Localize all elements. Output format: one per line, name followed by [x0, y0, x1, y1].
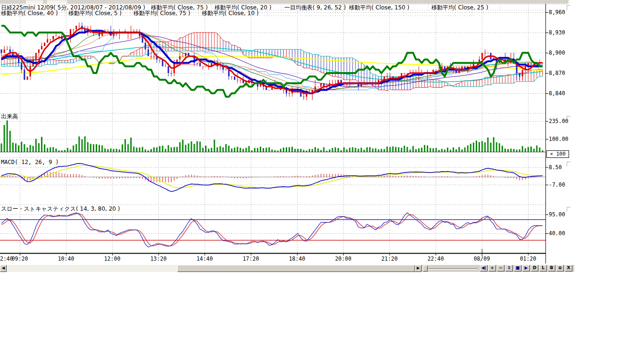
- legend-item: 移動平均( Close, 150 ): [349, 5, 409, 10]
- axis-lines: [0, 4, 548, 263]
- legend-item: 移動平均( Close, 75 ): [133, 10, 190, 16]
- time-axis-tick: 12:00: [101, 256, 124, 262]
- chart-window: 日経225mini 12/09( 5分, 2012/08/07 - 2012/0…: [0, 0, 644, 362]
- play-button[interactable]: ▶: [522, 265, 530, 272]
- zoom-out-button[interactable]: −: [497, 265, 504, 272]
- scroll-left-button[interactable]: ◀: [0, 265, 7, 272]
- time-axis-tick: 13:20: [147, 256, 170, 262]
- panel-corner-mark-icon: [567, 162, 570, 166]
- time-axis-tick: 18:40: [286, 256, 308, 262]
- time-axis-tick: 22:40: [424, 256, 447, 262]
- panel-corner-mark-icon: [567, 116, 570, 121]
- mode-b-button[interactable]: B: [548, 265, 555, 272]
- price-axis-tick: 8,870: [549, 70, 565, 76]
- price-axis-tick: 8,930: [549, 30, 565, 35]
- panel-corner-mark-icon: [567, 207, 570, 212]
- gridlines: [0, 4, 568, 253]
- fit-vertical-button[interactable]: ↕: [505, 265, 513, 272]
- bottom-scrollbar: ◀ ▶ ◀|+−↕■▶DLB⊕X: [0, 265, 574, 272]
- time-axis-tick: 01:20: [517, 256, 539, 262]
- macd-axis-tick: -7.00: [549, 182, 565, 188]
- time-axis-tick: 14:40: [193, 256, 216, 262]
- volume-panel: [0, 120, 545, 152]
- time-axis-tick: 17:20: [239, 256, 262, 262]
- chart-toolbar: ◀|+−↕■▶DLB⊕X: [480, 265, 574, 272]
- zoom-slider[interactable]: [423, 265, 479, 272]
- legend-item: 移動平均( Close, 10 ): [202, 10, 259, 16]
- jump-to-start-button[interactable]: ◀|: [480, 265, 487, 272]
- time-axis-tick: 21:20: [378, 256, 401, 262]
- volume-multiplier-badge: × 100: [546, 150, 569, 158]
- stochastics-panel: [0, 213, 545, 247]
- panel-corner-mark-icon: [567, 5, 570, 10]
- scrollbar-track[interactable]: [7, 265, 415, 272]
- close-button[interactable]: X: [565, 265, 572, 272]
- stoch-axis-tick: 40.00: [549, 230, 565, 236]
- legend-item: 一目均衡表( 9, 26, 52 ): [284, 5, 346, 10]
- volume-axis-tick: 100.00: [549, 136, 569, 142]
- stoch-panel-label: スロー・ストキャスティクス( 14, 3, 80, 20 ): [1, 206, 120, 212]
- stop-button[interactable]: ■: [514, 265, 521, 272]
- volume-axis-tick: 235.00: [549, 118, 569, 124]
- time-axis-tick: 20:00: [332, 256, 355, 262]
- zoom-in-button[interactable]: +: [488, 265, 496, 272]
- scrollbar-thumb[interactable]: [177, 265, 415, 272]
- price-panel: [1, 23, 544, 100]
- legend-item: 移動平均( Close, 5 ): [68, 10, 122, 16]
- time-axis-tick: 10:40: [55, 256, 77, 262]
- price-axis-tick: 8,840: [549, 90, 565, 96]
- mode-d-button[interactable]: D: [531, 265, 538, 272]
- legend-item: 移動平均( Close, 40 ): [1, 10, 58, 16]
- scroll-right-button[interactable]: ▶: [415, 265, 421, 272]
- mode-l-button[interactable]: L: [539, 265, 547, 272]
- volume-panel-label: 出来高: [1, 114, 18, 119]
- price-axis-tick: 8,960: [549, 9, 565, 15]
- zoom-slider-groove: [428, 268, 478, 270]
- time-axis-tick: 08/09: [471, 256, 493, 262]
- volume-multiplier-text: × 100: [550, 151, 565, 157]
- zoom-slider-handle[interactable]: [423, 265, 428, 272]
- macd-axis-tick: 8.50: [549, 165, 562, 170]
- magnify-button[interactable]: ⊕: [556, 265, 564, 272]
- time-axis-tick: 09:20: [8, 256, 31, 262]
- legend-item: 移動平均( Close, 25 ): [431, 5, 488, 10]
- stoch-axis-tick: 95.00: [549, 212, 565, 217]
- macd-panel-label: MACD( 12, 26, 9 ): [1, 159, 59, 165]
- chart-plot-area[interactable]: [0, 0, 571, 265]
- macd-panel: [0, 164, 545, 192]
- price-axis-tick: 8,900: [549, 50, 565, 56]
